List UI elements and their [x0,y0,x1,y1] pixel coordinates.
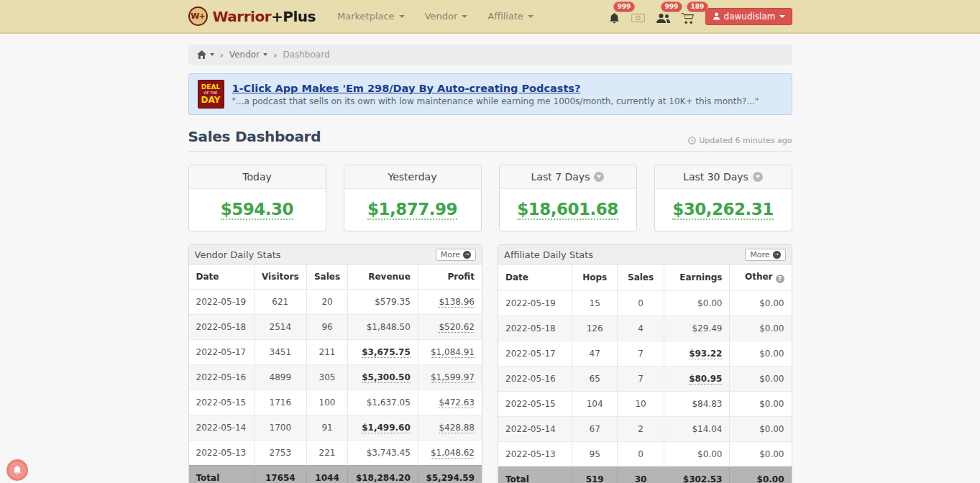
cell-date: 2022-05-13 [498,442,572,467]
linked-value[interactable]: $428.88 [439,423,475,433]
linked-value[interactable]: $5,300.50 [362,372,411,383]
cell-hops: 67 [572,417,618,442]
column-header-date: Date [189,264,255,290]
wallet-button[interactable] [631,8,645,24]
cell-sales: 7 [618,367,664,392]
notifications-bell-button[interactable]: 999 [608,6,620,27]
help-icon[interactable]: ? [776,275,784,283]
menu-item-affiliate[interactable]: Affiliate [487,11,533,22]
chevron-down-icon [462,15,467,18]
brand-logo[interactable]: W+ Warrior+Plus [188,6,316,26]
card-value[interactable]: $18,601.68 [517,200,618,220]
cell-other: $0.00 [730,417,792,442]
username-label: dawudislam [724,12,776,22]
cell-sales: 4 [618,316,664,341]
cell-sales: 10 [618,392,664,417]
cell-hops: 47 [572,341,618,367]
top-navbar: W+ Warrior+Plus Marketplace Vendor Affil… [0,0,980,34]
cell-visitors: 4899 [254,365,306,390]
table-row: 2022-05-13950$0.00$0.00 [498,442,792,467]
table-row: 2022-05-14672$14.04$0.00 [498,417,792,442]
column-header-visitors: Visitors [254,264,306,290]
total-row: Total176541044$18,284.20$5,294.59 [189,466,482,483]
linked-value[interactable]: $1,499.60 [362,423,411,433]
arrow-right-icon: → [773,251,781,259]
linked-value[interactable]: $1,599.97 [431,372,475,383]
total-cell-sales: 30 [618,467,664,483]
affiliate-daily-stats-table: DateHopsSalesEarningsOther?2022-05-19150… [498,264,792,483]
linked-value[interactable]: $80.95 [689,374,722,385]
cart-button[interactable]: 189 [682,6,695,27]
deal-headline-link[interactable]: 1-Click App Makes 'Em 298/Day By Auto-cr… [232,83,759,94]
cell-sales: 20 [306,290,348,315]
total-cell-other: $0.00 [730,467,792,483]
column-header-profit: Profit [418,264,482,290]
breadcrumb-home[interactable] [197,50,214,59]
affiliate-daily-stats-panel: Affiliate Daily Stats More → DateHopsSal… [498,244,792,483]
summary-cards: Today $594.30 Yesterday $1,877.99 Last 7… [188,165,792,231]
affiliates-button[interactable]: 999 [656,6,671,26]
cell-sales: 96 [306,315,348,340]
cell-sales: 305 [306,365,348,390]
cell-sales: 2 [618,417,664,442]
card-value[interactable]: $594.30 [221,200,293,220]
total-cell-revenue: $18,284.20 [348,466,418,483]
cell-sales: 0 [618,291,664,316]
user-account-button[interactable]: dawudislam [705,8,792,25]
linked-value[interactable]: $3,675.75 [362,347,411,358]
table-row: 2022-05-17477$93.22$0.00 [498,341,792,367]
table-row: 2022-05-164899305$5,300.50$1,599.97 [189,365,482,390]
cell-visitors: 3451 [254,340,306,365]
deal-of-the-day-icon[interactable]: DEAL OF THE DAY [198,80,224,109]
table-row: 2022-05-151716100$1,637.05$472.63 [189,390,482,415]
menu-item-marketplace[interactable]: Marketplace [337,11,405,22]
cell-visitors: 2753 [254,441,306,466]
chevron-down-icon [263,53,267,56]
cell-earnings: $80.95 [664,367,730,392]
table-header-row: DateHopsSalesEarningsOther? [498,264,792,291]
breadcrumb-separator: › [220,50,224,60]
linked-value[interactable]: $520.62 [439,322,475,333]
push-notification-bell-button[interactable] [6,459,28,481]
cell-earnings: $0.00 [664,291,730,316]
linked-value[interactable]: $93.22 [689,349,722,359]
chevron-down-icon[interactable] [594,172,604,182]
affiliate-more-button[interactable]: More → [745,249,785,261]
cell-sales: 211 [306,340,348,365]
card-value[interactable]: $30,262.31 [672,200,774,220]
updated-timestamp: Updated 6 minutes ago [688,136,792,145]
table-row: 2022-05-173451211$3,675.75$1,084.91 [189,340,482,365]
affiliates-badge: 999 [661,1,683,12]
vendor-more-button[interactable]: More → [436,249,476,261]
cell-hops: 126 [572,316,618,341]
cell-date: 2022-05-15 [189,390,255,415]
card-label: Last 30 Days [683,171,748,183]
linked-value[interactable]: $472.63 [439,397,475,408]
linked-value[interactable]: $1,084.91 [431,347,475,358]
vendor-daily-stats-table: DateVisitorsSalesRevenueProfit2022-05-19… [189,264,482,483]
column-header-sales: Sales [306,264,348,290]
card-today: Today $594.30 [188,165,326,231]
card-label: Yesterday [388,171,437,183]
warriorplus-logo-icon: W+ [188,6,208,26]
bell-icon [12,465,22,475]
chevron-down-icon [528,15,533,18]
card-label: Last 7 Days [531,171,590,183]
cell-visitors: 2514 [254,315,306,340]
chevron-down-icon[interactable] [753,172,763,182]
main-menu: Marketplace Vendor Affiliate [337,11,533,22]
total-cell-visitors: 17654 [254,466,306,483]
total-cell-sales: 1044 [306,466,348,483]
cell-date: 2022-05-18 [498,316,572,341]
breadcrumb-vendor[interactable]: Vendor [229,50,267,60]
cell-visitors: 1716 [254,390,306,415]
cell-profit: $138.96 [418,290,482,315]
linked-value[interactable]: $1,048.62 [431,448,475,459]
card-value[interactable]: $1,877.99 [367,200,457,220]
cell-earnings: $93.22 [664,341,730,367]
cell-date: 2022-05-16 [498,367,572,392]
cell-other: $0.00 [730,341,792,367]
linked-value[interactable]: $138.96 [439,297,475,308]
total-cell-date: Total [189,466,255,483]
menu-item-vendor[interactable]: Vendor [425,11,468,22]
